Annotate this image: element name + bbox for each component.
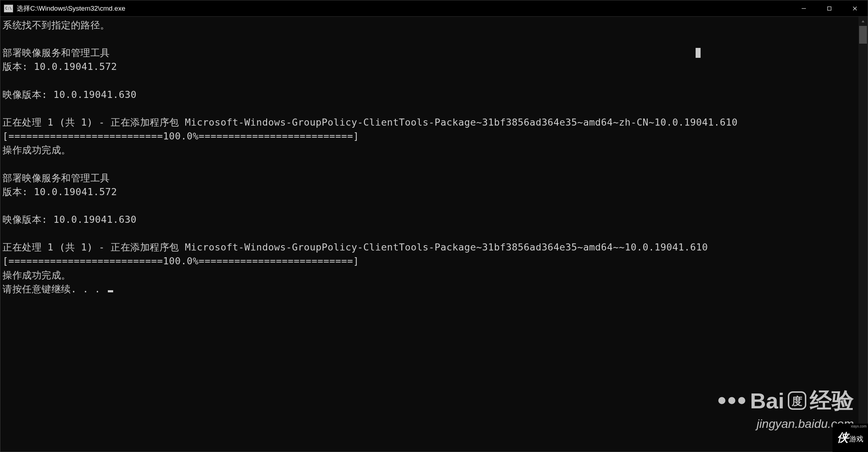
terminal-line: 操作成功完成。 (2, 143, 856, 157)
chevron-up-icon (861, 20, 865, 23)
text-cursor-mark (696, 48, 701, 58)
terminal-line: [==========================100.0%=======… (2, 254, 856, 268)
svg-marker-4 (862, 20, 864, 22)
close-button[interactable] (842, 0, 868, 16)
terminal-prompt-line: 请按任意键继续. . . (2, 282, 856, 296)
close-icon (852, 6, 858, 11)
svg-rect-1 (828, 7, 831, 10)
terminal-line: 操作成功完成。 (2, 268, 856, 282)
terminal-line: 部署映像服务和管理工具 (2, 46, 856, 60)
minimize-icon (801, 6, 807, 11)
window-icon: C:\ (4, 5, 13, 12)
corner-logo: xiayx.com 侠 游戏 (833, 424, 868, 452)
terminal-line: 映像版本: 10.0.19041.630 (2, 213, 856, 226)
window-controls (791, 0, 868, 16)
terminal-line: 系统找不到指定的路径。 (2, 18, 856, 32)
window-title: 选择C:\Windows\System32\cmd.exe (17, 4, 791, 13)
scroll-thumb[interactable] (859, 26, 867, 44)
vertical-scrollbar[interactable] (858, 17, 868, 452)
terminal-line (2, 199, 856, 213)
terminal-line (2, 101, 856, 115)
corner-logo-big: 侠 (837, 430, 848, 446)
terminal-line: 部署映像服务和管理工具 (2, 171, 856, 185)
maximize-button[interactable] (817, 0, 842, 16)
terminal-line: 正在处理 1 (共 1) - 正在添加程序包 Microsoft-Windows… (2, 115, 856, 129)
terminal-line (2, 157, 856, 171)
minimize-button[interactable] (791, 0, 817, 16)
terminal-line: 映像版本: 10.0.19041.630 (2, 88, 856, 101)
terminal-line: 版本: 10.0.19041.572 (2, 185, 856, 199)
cmd-window: C:\ 选择C:\Windows\System32\cmd.exe 系统找不到指… (0, 0, 868, 452)
corner-logo-url: xiayx.com (851, 424, 867, 428)
terminal-line: [==========================100.0%=======… (2, 129, 856, 143)
terminal-line: 版本: 10.0.19041.572 (2, 60, 856, 73)
terminal-line (2, 32, 856, 46)
terminal-body[interactable]: 系统找不到指定的路径。 部署映像服务和管理工具版本: 10.0.19041.57… (0, 17, 868, 452)
terminal-line (2, 74, 856, 88)
maximize-icon (826, 6, 832, 11)
blinking-cursor (108, 290, 113, 292)
scroll-up-button[interactable] (858, 17, 868, 26)
terminal-line (2, 226, 856, 240)
corner-logo-small: 游戏 (849, 434, 863, 444)
titlebar[interactable]: C:\ 选择C:\Windows\System32\cmd.exe (0, 0, 868, 17)
terminal-line: 正在处理 1 (共 1) - 正在添加程序包 Microsoft-Windows… (2, 240, 856, 254)
terminal-output[interactable]: 系统找不到指定的路径。 部署映像服务和管理工具版本: 10.0.19041.57… (0, 17, 858, 452)
